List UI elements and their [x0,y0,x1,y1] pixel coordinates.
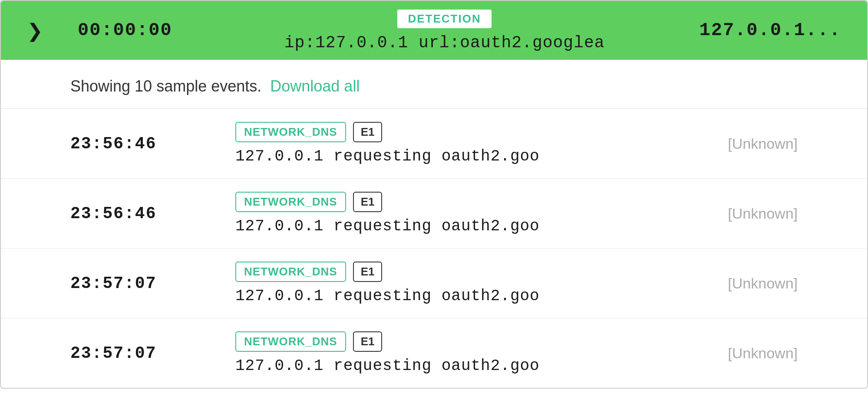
e1-badge: E1 [353,262,383,282]
sample-events-text: Showing 10 sample events. [70,77,261,95]
main-container: ❯ 00:00:00 DETECTION ip:127.0.0.1 url:oa… [0,0,868,389]
table-row: 23:57:07 NETWORK_DNS E1 127.0.0.1 reques… [1,249,867,318]
event-badges: NETWORK_DNS E1 [235,331,382,352]
event-center: NETWORK_DNS E1 127.0.0.1 requesting oaut… [192,331,685,375]
event-description: 127.0.0.1 requesting oauth2.goo [235,217,540,235]
detection-badge: DETECTION [396,9,492,29]
table-row: 23:57:07 NETWORK_DNS E1 127.0.0.1 reques… [1,318,867,388]
event-description: 127.0.0.1 requesting oauth2.goo [235,357,540,375]
header-center: DETECTION ip:127.0.0.1 url:oauth2.google… [224,9,665,52]
event-status: [Unknown] [685,345,798,362]
header-row: ❯ 00:00:00 DETECTION ip:127.0.0.1 url:oa… [1,1,867,60]
event-description: 127.0.0.1 requesting oauth2.goo [235,147,540,165]
event-status: [Unknown] [685,275,798,292]
event-badges: NETWORK_DNS E1 [235,122,382,142]
event-status: [Unknown] [685,205,798,222]
e1-badge: E1 [353,331,383,352]
e1-badge: E1 [353,192,383,212]
event-time: 23:57:07 [70,274,192,293]
event-time: 23:56:46 [70,204,192,223]
event-time: 23:56:46 [70,134,192,153]
event-time: 23:57:07 [70,344,192,363]
network-dns-badge: NETWORK_DNS [235,262,346,282]
chevron-icon[interactable]: ❯ [27,20,43,42]
event-status: [Unknown] [685,135,798,152]
header-ip-right: 127.0.0.1... [700,20,841,41]
event-badges: NETWORK_DNS E1 [235,192,382,212]
network-dns-badge: NETWORK_DNS [235,331,346,352]
sample-bar: Showing 10 sample events. Download all [1,60,867,109]
network-dns-badge: NETWORK_DNS [235,122,346,142]
e1-badge: E1 [353,122,383,142]
event-center: NETWORK_DNS E1 127.0.0.1 requesting oaut… [192,262,685,305]
header-timestamp: 00:00:00 [78,20,172,41]
network-dns-badge: NETWORK_DNS [235,192,346,212]
download-all-link[interactable]: Download all [270,77,360,95]
event-description: 127.0.0.1 requesting oauth2.goo [235,287,540,305]
event-badges: NETWORK_DNS E1 [235,262,382,282]
event-center: NETWORK_DNS E1 127.0.0.1 requesting oaut… [192,192,685,235]
header-detail: ip:127.0.0.1 url:oauth2.googlea [284,33,605,52]
event-center: NETWORK_DNS E1 127.0.0.1 requesting oaut… [192,122,685,165]
events-list: 23:56:46 NETWORK_DNS E1 127.0.0.1 reques… [1,109,867,388]
table-row: 23:56:46 NETWORK_DNS E1 127.0.0.1 reques… [1,179,867,249]
table-row: 23:56:46 NETWORK_DNS E1 127.0.0.1 reques… [1,109,867,179]
